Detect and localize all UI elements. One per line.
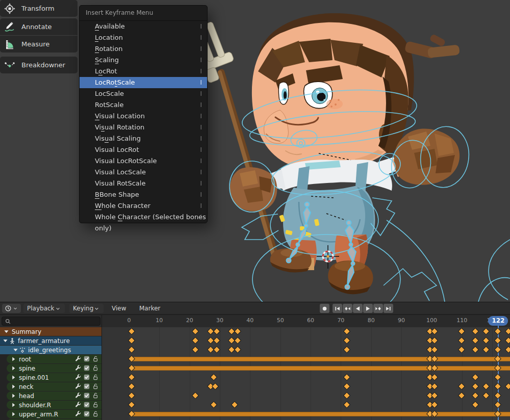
keyframe-diamond[interactable] — [472, 401, 479, 408]
menu-item-visual-locrotscale[interactable]: Visual LocRotScaleI — [80, 155, 207, 167]
keyframe-diamond[interactable] — [458, 346, 465, 353]
channel-row-spine-001[interactable]: spine.001 — [7, 373, 102, 382]
held-keyframe-bar[interactable] — [130, 366, 510, 371]
keyframe-diamond[interactable] — [505, 346, 510, 353]
keyframe-diamond[interactable] — [472, 346, 479, 353]
keyframe-diamond[interactable] — [343, 383, 350, 390]
menu-item-whole-character[interactable]: Whole CharacterI — [80, 200, 207, 212]
keyframe-diamond[interactable] — [213, 328, 220, 335]
modifier-wrench-icon[interactable] — [74, 392, 82, 399]
expand-triangle-icon[interactable] — [10, 411, 17, 417]
menu-item-whole-character-selected-bones-only-[interactable]: Whole Character (Selected bones only)I — [80, 212, 207, 223]
keyframe-diamond[interactable] — [505, 337, 510, 344]
menu-item-available[interactable]: AvailableI — [80, 21, 207, 32]
modifier-wrench-icon[interactable] — [74, 364, 82, 372]
keyframe-diamond[interactable] — [494, 337, 501, 344]
record-button[interactable] — [320, 304, 329, 313]
keyframe-diamond[interactable] — [210, 374, 217, 381]
keyframe-diamond[interactable] — [234, 337, 241, 344]
keyframe-diamond[interactable] — [494, 392, 501, 399]
keyframe-diamond[interactable] — [494, 328, 501, 335]
keyframe-diamond[interactable] — [482, 337, 490, 344]
channel-lock-icon[interactable] — [92, 364, 99, 372]
play-forward-button[interactable] — [363, 304, 373, 313]
expand-triangle-icon[interactable] — [10, 374, 17, 381]
channel-row-idle-greetings[interactable]: idle_greetings — [0, 346, 102, 354]
modifier-wrench-icon[interactable] — [74, 355, 82, 362]
keyframe-diamond[interactable] — [343, 374, 350, 381]
keyframe-diamond[interactable] — [458, 383, 465, 390]
held-keyframe-bar[interactable] — [130, 412, 510, 416]
menu-item-visual-locscale[interactable]: Visual LocScaleI — [80, 167, 207, 178]
keyframe-diamond[interactable] — [505, 383, 510, 390]
keyframe-diamond[interactable] — [343, 337, 350, 344]
channel-search-box[interactable] — [2, 317, 100, 326]
menu-item-visual-rotation[interactable]: Visual RotationI — [80, 122, 207, 133]
keyframe-diamond[interactable] — [472, 383, 479, 390]
tool-button-measure[interactable]: Measure — [0, 36, 78, 52]
keyframe-diamond[interactable] — [343, 401, 350, 408]
keyframe-diamond[interactable] — [212, 383, 219, 390]
channel-row-head[interactable]: head — [7, 391, 102, 400]
keyframe-diamond[interactable] — [472, 392, 479, 399]
keyframe-diamond[interactable] — [213, 346, 220, 353]
menu-item-locrot[interactable]: LocRotI — [80, 66, 207, 77]
menu-item-locscale[interactable]: LocScaleI — [80, 88, 207, 99]
viewport-3d[interactable]: TransformAnnotateMeasureBreakdowner Inse… — [0, 0, 510, 302]
channel-lock-icon[interactable] — [92, 401, 99, 408]
menu-playback[interactable]: Playback — [23, 304, 65, 313]
channel-enable-checkbox[interactable] — [83, 401, 90, 408]
tool-button-transform[interactable]: Transform — [0, 0, 78, 17]
keyframe-diamond[interactable] — [234, 328, 241, 335]
channel-lock-icon[interactable] — [92, 383, 99, 390]
play-reverse-button[interactable] — [353, 304, 363, 313]
keyframe-diamond[interactable] — [458, 392, 465, 399]
collapse-triangle-icon[interactable] — [12, 347, 19, 353]
held-keyframe-bar[interactable] — [130, 357, 510, 361]
keyframe-diamond[interactable] — [343, 392, 350, 399]
menu-item-bbone-shape[interactable]: BBone ShapeI — [80, 189, 207, 200]
channel-row-root[interactable]: root — [7, 355, 102, 363]
channel-row-farmer-armature[interactable]: farmer_armature — [0, 336, 102, 345]
timeline-ruler[interactable]: 0102030405060708090100110120122 — [0, 315, 510, 327]
channel-lock-icon[interactable] — [92, 355, 99, 362]
keyframe-diamond[interactable] — [482, 383, 490, 390]
jump-to-end-button[interactable] — [384, 304, 393, 313]
previous-keyframe-button[interactable] — [343, 304, 352, 313]
tool-button-annotate[interactable]: Annotate — [0, 18, 78, 35]
channel-enable-checkbox[interactable] — [83, 392, 90, 399]
channel-row-shoulder-r[interactable]: shoulder.R — [7, 401, 102, 409]
expand-triangle-icon[interactable] — [10, 365, 17, 372]
keyframe-diamond[interactable] — [494, 383, 501, 390]
expand-triangle-icon[interactable] — [10, 383, 17, 390]
keyframe-diamond[interactable] — [213, 337, 220, 344]
menu-item-scaling[interactable]: ScalingI — [80, 55, 207, 66]
expand-triangle-icon[interactable] — [10, 392, 17, 399]
keyframe-diamond[interactable] — [192, 328, 199, 335]
current-frame-badge[interactable]: 122 — [488, 316, 508, 326]
modifier-wrench-icon[interactable] — [74, 410, 82, 417]
keyframe-diamond[interactable] — [192, 392, 199, 399]
channel-row-spine[interactable]: spine — [7, 364, 102, 373]
keyframe-diamond[interactable] — [458, 328, 465, 335]
menu-item-rotscale[interactable]: RotScaleI — [80, 99, 207, 111]
menu-item-visual-locrot[interactable]: Visual LocRotI — [80, 144, 207, 155]
keyframe-diamond[interactable] — [472, 328, 479, 335]
channel-lock-icon[interactable] — [92, 410, 99, 417]
keyframe-area[interactable] — [102, 327, 510, 420]
collapse-triangle-icon[interactable] — [3, 328, 10, 335]
channel-row-neck[interactable]: neck — [7, 382, 102, 391]
channel-lock-icon[interactable] — [92, 392, 99, 399]
channel-enable-checkbox[interactable] — [83, 383, 90, 390]
channel-enable-checkbox[interactable] — [83, 355, 90, 362]
keyframe-diamond[interactable] — [482, 392, 490, 399]
keyframe-diamond[interactable] — [505, 328, 510, 335]
keyframe-diamond[interactable] — [192, 346, 199, 353]
tool-button-breakdowner[interactable]: Breakdowner — [0, 57, 78, 73]
modifier-wrench-icon[interactable] — [74, 383, 82, 390]
menu-item-location[interactable]: LocationI — [80, 32, 207, 43]
keyframe-diamond[interactable] — [210, 401, 217, 408]
keyframe-diamond[interactable] — [234, 346, 241, 353]
channel-lock-icon[interactable] — [92, 374, 99, 381]
keyframe-diamond[interactable] — [343, 328, 350, 335]
